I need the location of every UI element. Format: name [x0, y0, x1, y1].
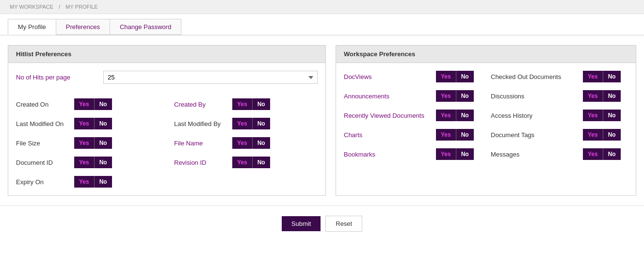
no-access-history[interactable]: No — [603, 110, 621, 121]
field-row-document-id: Document ID Yes No — [16, 157, 160, 168]
yes-access-history[interactable]: Yes — [583, 110, 603, 121]
yes-checked-out[interactable]: Yes — [583, 71, 603, 82]
workspace-grid: DocViews Yes No Announcements Yes No — [344, 71, 628, 160]
field-label-revision-id: Revision ID — [174, 159, 227, 166]
yes-no-document-id[interactable]: Yes No — [74, 157, 112, 168]
yes-last-modified-by[interactable]: Yes — [232, 118, 253, 129]
yes-no-expiry-on[interactable]: Yes No — [74, 176, 112, 188]
field-label-created-by: Created By — [174, 101, 227, 108]
ws-label-recently-viewed: Recently Viewed Documents — [344, 112, 431, 119]
yes-no-charts[interactable]: Yes No — [436, 129, 474, 141]
field-row-revision-id: Revision ID Yes No — [174, 157, 318, 168]
ws-row-recently-viewed: Recently Viewed Documents Yes No — [344, 110, 481, 121]
yes-file-name[interactable]: Yes — [232, 137, 253, 149]
hits-per-page-label: No of Hits per page — [16, 74, 103, 81]
yes-discussions[interactable]: Yes — [583, 90, 603, 102]
no-revision-id[interactable]: No — [253, 157, 270, 168]
yes-recently-viewed[interactable]: Yes — [436, 110, 456, 121]
field-row-last-modified-by: Last Modified By Yes No — [174, 118, 318, 129]
ws-row-charts: Charts Yes No — [344, 129, 481, 141]
yes-revision-id[interactable]: Yes — [232, 157, 253, 168]
field-label-created-on: Created On — [16, 101, 69, 108]
field-row-created-on: Created On Yes No — [16, 98, 160, 110]
ws-label-discussions: Discussions — [491, 93, 578, 100]
yes-no-recently-viewed[interactable]: Yes No — [436, 110, 474, 121]
yes-no-document-tags[interactable]: Yes No — [583, 129, 621, 141]
no-created-by[interactable]: No — [253, 98, 270, 110]
yes-document-tags[interactable]: Yes — [583, 129, 603, 141]
breadcrumb-workspace: MY WORKSPACE — [10, 4, 53, 10]
yes-charts[interactable]: Yes — [436, 129, 456, 141]
yes-no-created-by[interactable]: Yes No — [232, 98, 270, 110]
hits-per-page-row: No of Hits per page 25 50 100 — [16, 71, 318, 89]
yes-file-size[interactable]: Yes — [74, 137, 95, 149]
no-last-modified-on[interactable]: No — [95, 118, 112, 129]
yes-no-announcements[interactable]: Yes No — [436, 90, 474, 102]
hitlist-fields-grid: Created On Yes No Last Modified On Yes N… — [16, 98, 318, 168]
field-label-file-size: File Size — [16, 140, 69, 147]
no-messages[interactable]: No — [603, 148, 621, 160]
no-created-on[interactable]: No — [95, 98, 112, 110]
yes-no-file-size[interactable]: Yes No — [74, 137, 112, 149]
yes-announcements[interactable]: Yes — [436, 90, 456, 102]
yes-no-revision-id[interactable]: Yes No — [232, 157, 270, 168]
yes-created-by[interactable]: Yes — [232, 98, 253, 110]
hitlist-panel: Hitlist Preferences No of Hits per page … — [8, 45, 326, 196]
hits-per-page-select[interactable]: 25 50 100 — [103, 71, 318, 84]
no-file-size[interactable]: No — [95, 137, 112, 149]
ws-row-access-history: Access History Yes No — [491, 110, 628, 121]
workspace-left-col: DocViews Yes No Announcements Yes No — [344, 71, 481, 160]
breadcrumb: MY WORKSPACE / MY PROFILE — [0, 0, 644, 14]
yes-last-modified-on[interactable]: Yes — [74, 118, 95, 129]
ws-row-messages: Messages Yes No — [491, 148, 628, 160]
no-document-tags[interactable]: No — [603, 129, 621, 141]
yes-no-created-on[interactable]: Yes No — [74, 98, 112, 110]
yes-created-on[interactable]: Yes — [74, 98, 95, 110]
yes-no-checked-out[interactable]: Yes No — [583, 71, 621, 82]
no-document-id[interactable]: No — [95, 157, 112, 168]
ws-row-checked-out: Checked Out Documents Yes No — [491, 71, 628, 82]
yes-no-bookmarks[interactable]: Yes No — [436, 148, 474, 160]
ws-row-discussions: Discussions Yes No — [491, 90, 628, 102]
yes-expiry-on[interactable]: Yes — [74, 176, 95, 188]
no-docviews[interactable]: No — [456, 71, 474, 82]
no-charts[interactable]: No — [456, 129, 474, 141]
tab-profile[interactable]: My Profile — [8, 19, 56, 35]
no-bookmarks[interactable]: No — [456, 148, 474, 160]
no-file-name[interactable]: No — [253, 137, 270, 149]
yes-no-file-name[interactable]: Yes No — [232, 137, 270, 149]
yes-bookmarks[interactable]: Yes — [436, 148, 456, 160]
ws-label-charts: Charts — [344, 131, 431, 139]
field-label-file-name: File Name — [174, 140, 227, 147]
yes-no-last-modified-by[interactable]: Yes No — [232, 118, 270, 129]
yes-no-last-modified-on[interactable]: Yes No — [74, 118, 112, 129]
no-recently-viewed[interactable]: No — [456, 110, 474, 121]
yes-no-access-history[interactable]: Yes No — [583, 110, 621, 121]
yes-messages[interactable]: Yes — [583, 148, 603, 160]
field-row-created-by: Created By Yes No — [174, 98, 318, 110]
tab-preferences[interactable]: Preferences — [56, 19, 110, 35]
yes-document-id[interactable]: Yes — [74, 157, 95, 168]
no-expiry-on[interactable]: No — [95, 176, 112, 188]
reset-button[interactable]: Reset — [325, 216, 362, 232]
yes-no-docviews[interactable]: Yes No — [436, 71, 474, 82]
submit-button[interactable]: Submit — [282, 216, 321, 231]
ws-label-announcements: Announcements — [344, 93, 431, 100]
hitlist-title: Hitlist Preferences — [8, 46, 325, 63]
yes-docviews[interactable]: Yes — [436, 71, 456, 82]
no-checked-out[interactable]: No — [603, 71, 621, 82]
ws-row-docviews: DocViews Yes No — [344, 71, 481, 82]
workspace-body: DocViews Yes No Announcements Yes No — [336, 63, 636, 168]
ws-row-announcements: Announcements Yes No — [344, 90, 481, 102]
no-discussions[interactable]: No — [603, 90, 621, 102]
tab-change-password[interactable]: Change Password — [110, 19, 181, 35]
ws-row-document-tags: Document Tags Yes No — [491, 129, 628, 141]
yes-no-messages[interactable]: Yes No — [583, 148, 621, 160]
field-label-last-modified-by: Last Modified By — [174, 120, 227, 127]
workspace-panel: Workspace Preferences DocViews Yes No An… — [336, 45, 636, 196]
yes-no-discussions[interactable]: Yes No — [583, 90, 621, 102]
no-announcements[interactable]: No — [456, 90, 474, 102]
tab-bar: My Profile Preferences Change Password — [0, 14, 644, 35]
breadcrumb-separator: / — [59, 4, 60, 10]
no-last-modified-by[interactable]: No — [253, 118, 270, 129]
